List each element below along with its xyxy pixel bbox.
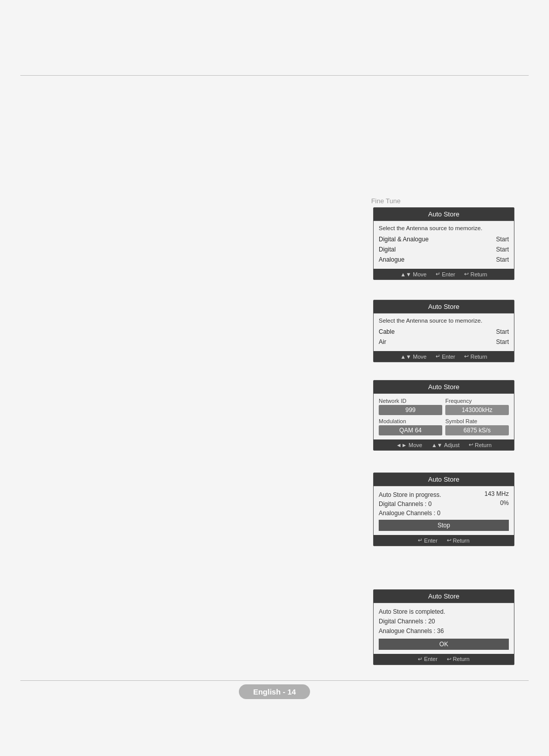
progress-percent: 0% bbox=[484, 499, 509, 507]
network-id-value[interactable]: 999 bbox=[379, 405, 442, 415]
dialog1-start-2[interactable]: Start bbox=[496, 246, 509, 253]
move-icon-1: ▲▼ bbox=[400, 271, 411, 277]
top-divider bbox=[20, 75, 529, 76]
adjust-icon-3: ▲▼ bbox=[432, 442, 443, 448]
dialog5-footer-enter: Enter bbox=[424, 656, 437, 662]
dialog-autostore-3: Auto Store Network ID 999 Frequency 1430… bbox=[373, 380, 514, 451]
enter-icon-4: ↵ bbox=[418, 537, 422, 544]
dialog2-footer: ▲▼ Move ↵ Enter ↩ Return bbox=[374, 351, 514, 362]
dialog-autostore-2: Auto Store Select the Antenna source to … bbox=[373, 300, 514, 362]
frequency-cell: Frequency 143000kHz bbox=[445, 398, 509, 415]
modulation-value[interactable]: QAM 64 bbox=[379, 425, 442, 435]
page: Fine Tune Auto Store Select the Antenna … bbox=[0, 0, 549, 756]
dialog1-footer: ▲▼ Move ↵ Enter ↩ Return bbox=[374, 269, 514, 279]
dialog1-subtitle: Select the Antenna source to memorize. bbox=[379, 225, 509, 231]
bottom-divider bbox=[20, 680, 529, 681]
symbol-rate-cell: Symbol Rate 6875 kS/s bbox=[445, 418, 509, 435]
return-icon-2: ↩ bbox=[464, 353, 469, 360]
move-icon-3: ◄► bbox=[396, 442, 407, 448]
dialog1-footer-move: Move bbox=[413, 271, 426, 277]
dialog4-footer-return: Return bbox=[453, 538, 470, 544]
dialog2-footer-return: Return bbox=[470, 354, 487, 360]
dialog2-title: Auto Store bbox=[374, 300, 514, 313]
progress-label: Auto Store in progress. bbox=[379, 491, 441, 498]
dialog4-footer: ↵ Enter ↩ Return bbox=[374, 535, 514, 546]
dialog1-label-2: Digital bbox=[379, 246, 395, 253]
dialog5-footer-return: Return bbox=[453, 656, 470, 662]
dialog3-title: Auto Store bbox=[374, 381, 514, 394]
modulation-label: Modulation bbox=[379, 418, 442, 424]
dialog1-label-3: Analogue bbox=[379, 256, 405, 263]
dialog2-row-1[interactable]: Cable Start bbox=[379, 327, 509, 337]
symbol-rate-value[interactable]: 6875 kS/s bbox=[445, 425, 509, 435]
dialog4-title: Auto Store bbox=[374, 473, 514, 486]
dialog2-row-2[interactable]: Air Start bbox=[379, 337, 509, 347]
modulation-cell: Modulation QAM 64 bbox=[379, 418, 442, 435]
dialog1-label-1: Digital & Analogue bbox=[379, 236, 429, 243]
frequency-mhz: 143 MHz bbox=[484, 490, 509, 497]
dialog-autostore-1: Auto Store Select the Antenna source to … bbox=[373, 207, 514, 280]
enter-icon-1: ↵ bbox=[436, 271, 440, 277]
dialog4-footer-enter: Enter bbox=[424, 538, 437, 544]
dialog1-footer-return: Return bbox=[470, 271, 487, 277]
return-icon-1: ↩ bbox=[464, 271, 469, 277]
ok-button[interactable]: OK bbox=[379, 639, 509, 650]
move-icon-2: ▲▼ bbox=[400, 354, 411, 360]
symbol-rate-label: Symbol Rate bbox=[445, 418, 509, 424]
completed-text: Auto Store is completed. Digital Channel… bbox=[379, 607, 509, 637]
dialog2-footer-move: Move bbox=[413, 354, 426, 360]
return-icon-4: ↩ bbox=[447, 537, 451, 544]
dialog3-footer-return: Return bbox=[475, 442, 492, 448]
dialog5-title: Auto Store bbox=[374, 590, 514, 603]
dialog1-row-3[interactable]: Analogue Start bbox=[379, 255, 509, 265]
completed-line3: Analogue Channels : 36 bbox=[379, 627, 444, 635]
frequency-label: Frequency bbox=[445, 398, 509, 404]
dialog2-label-2: Air bbox=[379, 338, 386, 345]
digital-channels-progress: Digital Channels : 0 bbox=[379, 500, 432, 508]
completed-line1: Auto Store is completed. bbox=[379, 608, 445, 615]
stop-button[interactable]: Stop bbox=[379, 520, 509, 531]
dialog2-start-2[interactable]: Start bbox=[496, 338, 509, 345]
dialog1-row-1[interactable]: Digital & Analogue Start bbox=[379, 234, 509, 244]
dialog-autostore-5: Auto Store Auto Store is completed. Digi… bbox=[373, 589, 514, 665]
dialog5-footer: ↵ Enter ↩ Return bbox=[374, 654, 514, 665]
dialog2-subtitle: Select the Antenna source to memorize. bbox=[379, 318, 509, 324]
analogue-channels-progress: Analogue Channels : 0 bbox=[379, 510, 440, 517]
enter-icon-5: ↵ bbox=[418, 656, 422, 663]
dialog1-footer-enter: Enter bbox=[442, 271, 455, 277]
dialog1-start-1[interactable]: Start bbox=[496, 236, 509, 243]
dialog2-label-1: Cable bbox=[379, 328, 394, 335]
fine-tune-label: Fine Tune bbox=[371, 197, 401, 205]
dialog3-footer: ◄► Move ▲▼ Adjust ↩ Return bbox=[374, 439, 514, 450]
dialog1-start-3[interactable]: Start bbox=[496, 256, 509, 263]
return-icon-5: ↩ bbox=[447, 656, 451, 663]
dialog2-footer-enter: Enter bbox=[442, 354, 455, 360]
completed-line2: Digital Channels : 20 bbox=[379, 618, 435, 625]
return-icon-3: ↩ bbox=[469, 442, 473, 448]
page-number-badge: English - 14 bbox=[239, 684, 310, 699]
network-id-cell: Network ID 999 bbox=[379, 398, 442, 415]
progress-frequency: 143 MHz 0% bbox=[484, 490, 509, 518]
network-id-label: Network ID bbox=[379, 398, 442, 404]
dialog3-footer-adjust: Adjust bbox=[444, 442, 460, 448]
enter-icon-2: ↵ bbox=[436, 353, 440, 360]
progress-row: Auto Store in progress. Digital Channels… bbox=[379, 490, 509, 518]
dialog1-title: Auto Store bbox=[374, 208, 514, 221]
dialog2-start-1[interactable]: Start bbox=[496, 328, 509, 335]
dialog3-footer-move: Move bbox=[409, 442, 422, 448]
frequency-value[interactable]: 143000kHz bbox=[445, 405, 509, 415]
dialog1-row-2[interactable]: Digital Start bbox=[379, 244, 509, 255]
dialog-autostore-4: Auto Store Auto Store in progress. Digit… bbox=[373, 472, 514, 546]
progress-info: Auto Store in progress. Digital Channels… bbox=[379, 490, 441, 518]
